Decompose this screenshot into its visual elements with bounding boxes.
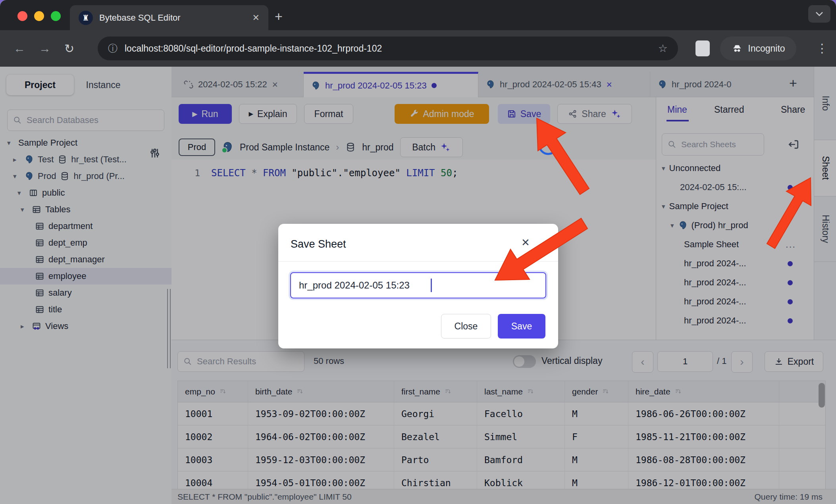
browser-titlebar: ♜ Bytebase SQL Editor ✕ +: [0, 0, 836, 30]
macos-zoom-button[interactable]: [51, 11, 61, 21]
reload-icon[interactable]: ↻: [64, 42, 74, 56]
browser-menu-icon[interactable]: ⋮: [816, 41, 828, 55]
save-sheet-dialog: Save Sheet ✕ Close Save: [278, 224, 558, 348]
tab-search-button[interactable]: [808, 5, 830, 23]
incognito-icon: [731, 43, 743, 54]
browser-tab-title: Bytebase SQL Editor: [99, 13, 246, 23]
new-tab-button[interactable]: +: [275, 9, 283, 24]
bytebase-favicon: ♜: [79, 11, 93, 25]
dialog-save-button[interactable]: Save: [498, 314, 545, 339]
sheet-name-field[interactable]: [290, 272, 546, 298]
close-label: Close: [455, 321, 478, 332]
address-bar[interactable]: ⓘ localhost:8080/sql-editor/prod-sample-…: [98, 37, 678, 60]
site-info-icon[interactable]: ⓘ: [108, 42, 118, 55]
dialog-divider: [278, 261, 558, 262]
back-icon[interactable]: ←: [13, 42, 25, 55]
dialog-close-button[interactable]: Close: [441, 314, 491, 339]
forward-icon[interactable]: →: [39, 42, 51, 55]
chevron-down-icon: [815, 11, 823, 17]
close-icon[interactable]: ✕: [252, 13, 260, 23]
browser-tab[interactable]: ♜ Bytebase SQL Editor ✕: [70, 5, 268, 30]
browser-window: ♜ Bytebase SQL Editor ✕ + ← → ↻ ⓘ localh…: [0, 0, 836, 504]
incognito-badge: Incognito: [720, 37, 796, 60]
dialog-title: Save Sheet: [291, 238, 346, 250]
close-icon[interactable]: ✕: [521, 237, 530, 249]
side-panel-icon[interactable]: [695, 40, 710, 56]
sheet-name-input[interactable]: [291, 280, 545, 291]
text-caret: [431, 279, 432, 292]
save-label: Save: [511, 321, 532, 332]
incognito-label: Incognito: [748, 43, 785, 54]
bookmark-star-icon[interactable]: ☆: [658, 42, 668, 55]
macos-minimize-button[interactable]: [34, 11, 44, 21]
url-text: localhost:8080/sql-editor/prod-sample-in…: [125, 43, 651, 54]
macos-close-button[interactable]: [17, 11, 27, 21]
